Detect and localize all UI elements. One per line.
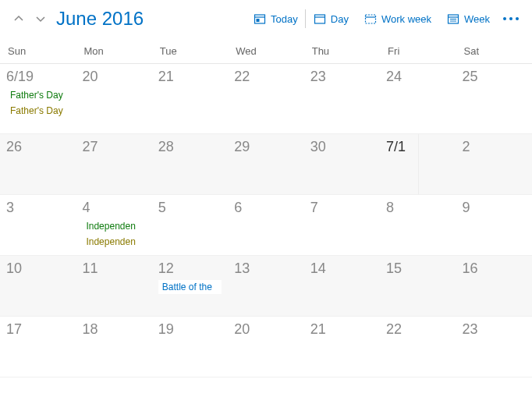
- day-number[interactable]: 18: [82, 321, 145, 338]
- day-number[interactable]: 11: [82, 260, 145, 277]
- day-number[interactable]: 29: [234, 139, 297, 155]
- prev-arrow[interactable]: [8, 0, 30, 37]
- day-cell[interactable]: 22: [228, 64, 303, 133]
- day-number[interactable]: 28: [158, 139, 222, 155]
- day-cell[interactable]: 25: [456, 64, 532, 133]
- chevron-up-icon: [12, 12, 25, 25]
- more-button[interactable]: [498, 6, 524, 31]
- week-view-button[interactable]: Week: [439, 6, 498, 31]
- day-cell[interactable]: 6: [228, 195, 303, 255]
- day-cell[interactable]: 21: [304, 317, 380, 377]
- calendar-event[interactable]: Independen: [82, 219, 145, 233]
- day-number[interactable]: 15: [386, 260, 449, 277]
- day-number[interactable]: 7: [310, 200, 374, 216]
- day-cell[interactable]: 16: [456, 256, 532, 316]
- day-cell[interactable]: 14: [304, 256, 380, 316]
- day-cell[interactable]: 30: [304, 134, 380, 194]
- day-cell[interactable]: 23: [456, 317, 532, 377]
- calendar-event[interactable]: Father's Day: [6, 88, 69, 102]
- day-number[interactable]: 3: [6, 200, 69, 216]
- day-cell[interactable]: 12Battle of the: [152, 256, 228, 316]
- day-cell[interactable]: 2: [456, 134, 532, 194]
- day-number[interactable]: 6/19: [6, 69, 69, 85]
- next-arrow[interactable]: [30, 0, 51, 37]
- week-row: 26272829307/12: [0, 134, 532, 195]
- weekday-header: SunMonTueWedThuFriSat: [0, 37, 532, 64]
- day-number[interactable]: 22: [234, 69, 297, 85]
- day-number[interactable]: 6: [234, 200, 297, 216]
- day-number[interactable]: 5: [158, 200, 222, 216]
- calendar-event[interactable]: Independen: [82, 235, 145, 249]
- day-number[interactable]: 13: [234, 260, 297, 277]
- day-view-button[interactable]: Day: [306, 6, 356, 31]
- calendar-event[interactable]: Battle of the: [158, 280, 222, 294]
- day-number[interactable]: 26: [6, 139, 69, 155]
- day-number[interactable]: 16: [463, 260, 526, 277]
- day-number[interactable]: 21: [310, 321, 374, 338]
- day-cell[interactable]: 22: [380, 317, 456, 377]
- day-cell[interactable]: 27: [76, 134, 151, 194]
- workweek-label: Work week: [381, 13, 431, 25]
- day-cell[interactable]: 9: [456, 195, 532, 255]
- today-label: Today: [271, 13, 298, 25]
- dot-icon: [516, 17, 519, 20]
- calendar-week-icon: [447, 12, 459, 25]
- day-number[interactable]: 21: [158, 69, 222, 85]
- calendar-today-icon: [254, 12, 266, 25]
- day-cell[interactable]: 29: [228, 134, 303, 194]
- day-cell[interactable]: 6/19Father's DayFather's Day: [0, 64, 76, 133]
- day-number[interactable]: 20: [234, 321, 297, 338]
- day-cell[interactable]: 7: [304, 195, 380, 255]
- calendar-workweek-icon: [364, 12, 377, 25]
- day-number[interactable]: 9: [463, 200, 526, 216]
- day-number[interactable]: 2: [463, 139, 526, 155]
- week-row: 101112Battle of the13141516: [0, 256, 532, 317]
- calendar-header: June 2016 Today Day Work week: [0, 0, 532, 37]
- day-number[interactable]: 30: [310, 139, 374, 155]
- day-cell[interactable]: 19: [152, 317, 228, 377]
- view-toolbar: Today Day Work week Week: [246, 6, 524, 31]
- day-cell[interactable]: 20: [76, 64, 151, 133]
- day-number[interactable]: 4: [82, 200, 145, 216]
- day-number[interactable]: 24: [386, 69, 449, 85]
- workweek-view-button[interactable]: Work week: [356, 6, 439, 31]
- day-cell[interactable]: 21: [152, 64, 228, 133]
- day-cell[interactable]: 10: [0, 256, 76, 316]
- weekday-cell: Sun: [0, 37, 76, 63]
- today-button[interactable]: Today: [246, 6, 306, 31]
- day-number[interactable]: 10: [6, 260, 69, 277]
- svg-rect-0: [255, 15, 265, 23]
- day-cell[interactable]: 15: [380, 256, 456, 316]
- day-number[interactable]: 7/1: [386, 139, 449, 155]
- day-number[interactable]: 23: [310, 69, 374, 85]
- day-cell[interactable]: 23: [304, 64, 380, 133]
- day-cell[interactable]: 17: [0, 317, 76, 377]
- day-cell[interactable]: 7/1: [380, 134, 456, 194]
- day-number[interactable]: 20: [82, 69, 145, 85]
- day-number[interactable]: 22: [386, 321, 449, 338]
- day-cell[interactable]: 24: [380, 64, 456, 133]
- day-cell[interactable]: 20: [228, 317, 303, 377]
- day-number[interactable]: 19: [158, 321, 222, 338]
- day-cell[interactable]: 11: [76, 256, 151, 316]
- day-number[interactable]: 23: [463, 321, 526, 338]
- day-cell[interactable]: 18: [76, 317, 151, 377]
- day-number[interactable]: 12: [158, 260, 222, 277]
- week-label: Week: [464, 13, 490, 25]
- day-cell[interactable]: 8: [380, 195, 456, 255]
- day-cell[interactable]: 5: [152, 195, 228, 255]
- day-number[interactable]: 17: [6, 321, 69, 338]
- calendar-event[interactable]: Father's Day: [6, 104, 69, 118]
- day-number[interactable]: 14: [310, 260, 374, 277]
- day-cell[interactable]: 4IndependenIndependen: [76, 195, 151, 255]
- day-cell[interactable]: 28: [152, 134, 228, 194]
- day-cell[interactable]: 26: [0, 134, 76, 194]
- day-number[interactable]: 27: [82, 139, 145, 155]
- dot-icon: [503, 17, 506, 20]
- month-title[interactable]: June 2016: [56, 8, 144, 30]
- day-number[interactable]: 25: [463, 69, 526, 85]
- weekday-cell: Fri: [380, 37, 456, 63]
- day-number[interactable]: 8: [386, 200, 449, 216]
- day-cell[interactable]: 13: [228, 256, 303, 316]
- day-cell[interactable]: 3: [0, 195, 76, 255]
